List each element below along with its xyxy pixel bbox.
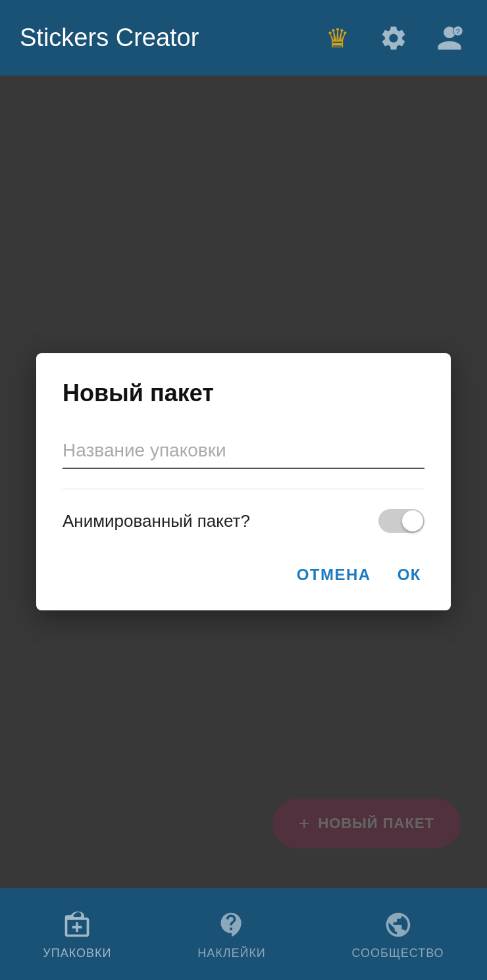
main-content: + НОВЫЙ ПАКЕТ Новый пакет Анимированный … xyxy=(0,76,487,888)
packages-nav-label: УПАКОВКИ xyxy=(43,946,111,960)
stickers-icon xyxy=(215,908,248,941)
svg-text:?: ? xyxy=(455,27,459,35)
dialog-buttons: ОТМЕНА ОК xyxy=(63,552,424,591)
dialog-title: Новый пакет xyxy=(63,380,424,407)
crown-button[interactable]: ♛ xyxy=(319,20,355,56)
dialog-divider xyxy=(63,489,424,489)
community-nav-label: СООБЩЕСТВО xyxy=(352,946,444,960)
animated-pack-row: Анимированный пакет? xyxy=(63,502,424,552)
crown-icon: ♛ xyxy=(326,23,349,53)
animated-pack-toggle[interactable] xyxy=(378,509,424,533)
dialog-overlay: Новый пакет Анимированный пакет? ОТМЕНА … xyxy=(0,76,487,888)
app-bar: Stickers Creator ♛ ? xyxy=(0,0,487,76)
bottom-nav: УПАКОВКИ НАКЛЕЙКИ СООБЩЕСТВО xyxy=(0,888,487,980)
animated-pack-label: Анимированный пакет? xyxy=(63,511,250,531)
nav-item-stickers[interactable]: НАКЛЕЙКИ xyxy=(197,908,266,960)
nav-item-community[interactable]: СООБЩЕСТВО xyxy=(352,908,444,960)
app-bar-icons: ♛ ? xyxy=(319,20,467,56)
nav-item-packages[interactable]: УПАКОВКИ xyxy=(43,908,111,960)
pack-name-input[interactable] xyxy=(63,433,424,469)
stickers-nav-label: НАКЛЕЙКИ xyxy=(197,946,266,960)
app-title: Stickers Creator xyxy=(20,24,319,52)
community-icon xyxy=(382,908,415,941)
packages-icon xyxy=(61,908,93,941)
cancel-button[interactable]: ОТМЕНА xyxy=(294,559,374,591)
gear-icon xyxy=(379,24,408,53)
profile-icon: ? xyxy=(435,24,464,53)
ok-button[interactable]: ОК xyxy=(394,559,424,591)
new-pack-dialog: Новый пакет Анимированный пакет? ОТМЕНА … xyxy=(36,353,451,610)
toggle-knob xyxy=(402,510,423,531)
profile-button[interactable]: ? xyxy=(431,20,467,56)
settings-button[interactable] xyxy=(375,20,411,56)
